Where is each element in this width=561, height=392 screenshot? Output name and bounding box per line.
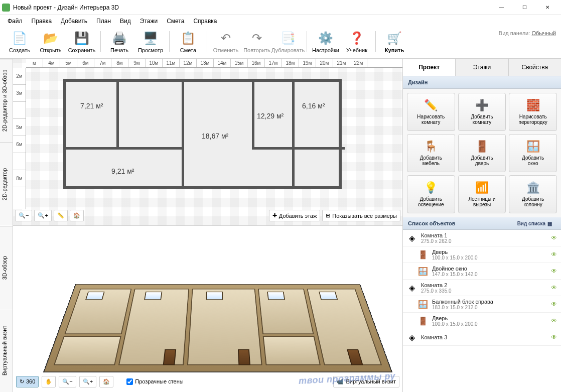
object-item[interactable]: ◈Комната 3👁 bbox=[403, 329, 561, 346]
design-btn-1[interactable]: ➕Добавитькомнату bbox=[458, 93, 506, 131]
design-btn-label: Добавитьосвещение bbox=[418, 196, 444, 208]
design-btn-icon: 🏛️ bbox=[526, 181, 540, 194]
folder-icon: 📂 bbox=[42, 30, 60, 46]
tab-properties[interactable]: Свойства bbox=[509, 59, 561, 76]
menu-plan[interactable]: План bbox=[92, 16, 115, 26]
settings-button[interactable]: ⚙️Настройки bbox=[310, 29, 341, 54]
canvas-3d[interactable]: ↻360 ✋ 🔍− 🔍+ 🏠 Прозрачные стены 📹Виртуал… bbox=[13, 226, 402, 393]
tab-3d[interactable]: 3D-обзор bbox=[0, 226, 13, 309]
menu-add[interactable]: Добавить bbox=[56, 16, 92, 26]
visibility-icon[interactable]: 👁 bbox=[551, 317, 557, 324]
print-button[interactable]: 🖨️Печать bbox=[104, 29, 135, 54]
design-btn-icon: 🪑 bbox=[424, 140, 438, 153]
design-btn-label: Добавитьколонну bbox=[522, 196, 544, 208]
floorplan[interactable]: 7,21 м² 18,67 м² 12,29 м² 6,16 м² 9,21 м… bbox=[63, 79, 342, 189]
home-button[interactable]: 🏠 bbox=[70, 210, 84, 221]
visibility-icon[interactable]: 👁 bbox=[551, 251, 557, 258]
monitor-icon: 🖥️ bbox=[142, 30, 160, 46]
menu-file[interactable]: Файл bbox=[3, 16, 27, 26]
pan-button[interactable]: ✋ bbox=[42, 376, 56, 387]
camera-icon: 📹 bbox=[337, 378, 344, 385]
object-dimensions: 100.0 x 15.0 x 200.0 bbox=[432, 255, 547, 260]
design-btn-label: Нарисоватьперегородку bbox=[518, 114, 547, 125]
design-buttons: ✏️Нарисоватькомнату➕Добавитькомнату🧱Нари… bbox=[403, 89, 561, 217]
design-btn-label: Добавитьмебель bbox=[420, 155, 442, 167]
undo-button[interactable]: ↶Отменить bbox=[210, 29, 241, 54]
list-mode-toggle[interactable]: Вид списка ▦ bbox=[517, 221, 556, 226]
duplicate-button[interactable]: 📑Дублировать bbox=[272, 29, 304, 54]
maximize-button[interactable]: ☐ bbox=[513, 0, 536, 15]
design-btn-4[interactable]: 🚪Добавитьдверь bbox=[458, 134, 506, 172]
copy-icon: 📑 bbox=[279, 30, 297, 46]
object-item[interactable]: 🚪Дверь100.0 x 15.0 x 200.0👁 bbox=[403, 313, 561, 329]
save-button[interactable]: 💾Сохранить bbox=[66, 29, 97, 54]
estimate-button[interactable]: 📋Смета bbox=[173, 29, 204, 54]
object-item[interactable]: ◈Комната 1275.0 x 262.0👁 bbox=[403, 230, 561, 246]
buy-button[interactable]: 🛒Купить bbox=[379, 29, 410, 54]
title-bar: Новый проект - Дизайн Интерьера 3D — ☐ ✕ bbox=[0, 0, 561, 15]
design-btn-label: Добавитькомнату bbox=[471, 114, 493, 125]
minimize-button[interactable]: — bbox=[490, 0, 513, 15]
design-btn-label: Добавитьокно bbox=[522, 155, 544, 167]
home-3d-button[interactable]: 🏠 bbox=[99, 376, 113, 387]
object-item[interactable]: ◈Комната 2275.0 x 335.0👁 bbox=[403, 280, 561, 296]
visibility-icon[interactable]: 👁 bbox=[551, 284, 557, 291]
rotate360-button[interactable]: ↻360 bbox=[16, 376, 39, 387]
measure-button[interactable]: 📏 bbox=[54, 210, 68, 221]
close-button[interactable]: ✕ bbox=[536, 0, 559, 15]
design-btn-icon: 🪟 bbox=[526, 140, 540, 153]
app-icon bbox=[2, 4, 10, 12]
design-btn-label: Добавитьдверь bbox=[471, 155, 493, 167]
tab-floors[interactable]: Этажи bbox=[456, 59, 508, 76]
visibility-icon[interactable]: 👁 bbox=[551, 301, 557, 308]
menu-estimate[interactable]: Смета bbox=[162, 16, 189, 26]
design-btn-7[interactable]: 📶Лестницы ивырезы bbox=[458, 175, 506, 213]
walkthrough-button[interactable]: 📹Виртуальный визит bbox=[333, 376, 399, 387]
tutorial-button[interactable]: ❓Учебник bbox=[341, 29, 372, 54]
object-dimensions: 183.0 x 15.0 x 212.0 bbox=[432, 305, 547, 310]
add-floor-button[interactable]: ✚Добавить этаж bbox=[269, 210, 320, 221]
object-name: Балконный блок справа bbox=[432, 299, 547, 305]
zoom-out-3d-button[interactable]: 🔍− bbox=[59, 376, 76, 387]
gear-icon: ⚙️ bbox=[317, 30, 335, 46]
design-btn-2[interactable]: 🧱Нарисоватьперегородку bbox=[509, 93, 557, 131]
home-icon: 🏠 bbox=[103, 378, 110, 385]
zoom-in-3d-button[interactable]: 🔍+ bbox=[79, 376, 96, 387]
zoom-in-icon: 🔍+ bbox=[83, 378, 93, 385]
redo-button[interactable]: ↷Повторить bbox=[241, 29, 272, 54]
design-btn-3[interactable]: 🪑Добавитьмебель bbox=[407, 134, 455, 172]
object-item[interactable]: 🚪Дверь100.0 x 15.0 x 200.0👁 bbox=[403, 246, 561, 263]
object-item[interactable]: 🪟Двойное окно147.0 x 15.0 x 142.0👁 bbox=[403, 263, 561, 280]
design-btn-0[interactable]: ✏️Нарисоватькомнату bbox=[407, 93, 455, 131]
ruler-horizontal: м4м5м6м7м8м9м10м11м12м13м14м15м16м17м18м… bbox=[26, 59, 402, 68]
show-dims-button[interactable]: ⊞Показывать все размеры bbox=[322, 210, 400, 221]
view-3d[interactable] bbox=[43, 284, 392, 372]
canvas-2d[interactable]: м4м5м6м7м8м9м10м11м12м13м14м15м16м17м18м… bbox=[13, 59, 402, 226]
tab-project[interactable]: Проект bbox=[403, 59, 456, 76]
panel-mode-link[interactable]: Обычный bbox=[531, 30, 556, 36]
design-btn-8[interactable]: 🏛️Добавитьколонну bbox=[509, 175, 557, 213]
section-design-header: Дизайн bbox=[403, 76, 561, 89]
menu-floors[interactable]: Этажи bbox=[135, 16, 162, 26]
zoom-out-button[interactable]: 🔍− bbox=[15, 210, 32, 221]
tab-2d-3d[interactable]: 2D-редактор и 3D-обзор bbox=[0, 59, 13, 142]
design-btn-6[interactable]: 💡Добавитьосвещение bbox=[407, 175, 455, 213]
transparent-walls-check[interactable]: Прозрачные стены bbox=[126, 378, 183, 385]
design-btn-5[interactable]: 🪟Добавитьокно bbox=[509, 134, 557, 172]
menu-edit[interactable]: Правка bbox=[27, 16, 57, 26]
object-name: Комната 1 bbox=[421, 232, 547, 238]
open-button[interactable]: 📂Открыть bbox=[35, 29, 66, 54]
menu-help[interactable]: Справка bbox=[189, 16, 221, 26]
menu-view[interactable]: Вид bbox=[115, 16, 135, 26]
visibility-icon[interactable]: 👁 bbox=[551, 268, 557, 275]
tab-walkthrough[interactable]: Виртуальный визит bbox=[0, 309, 13, 392]
preview-button[interactable]: 🖥️Просмотр bbox=[135, 29, 166, 54]
design-btn-icon: ✏️ bbox=[424, 99, 438, 112]
tab-2d[interactable]: 2D-редактор bbox=[0, 142, 13, 225]
create-button[interactable]: 📄Создать bbox=[4, 29, 35, 54]
visibility-icon[interactable]: 👁 bbox=[551, 234, 557, 241]
visibility-icon[interactable]: 👁 bbox=[551, 334, 557, 341]
zoom-in-button[interactable]: 🔍+ bbox=[34, 210, 51, 221]
object-item[interactable]: 🪟Балконный блок справа183.0 x 15.0 x 212… bbox=[403, 296, 561, 313]
zoom-in-icon: 🔍+ bbox=[38, 212, 48, 219]
